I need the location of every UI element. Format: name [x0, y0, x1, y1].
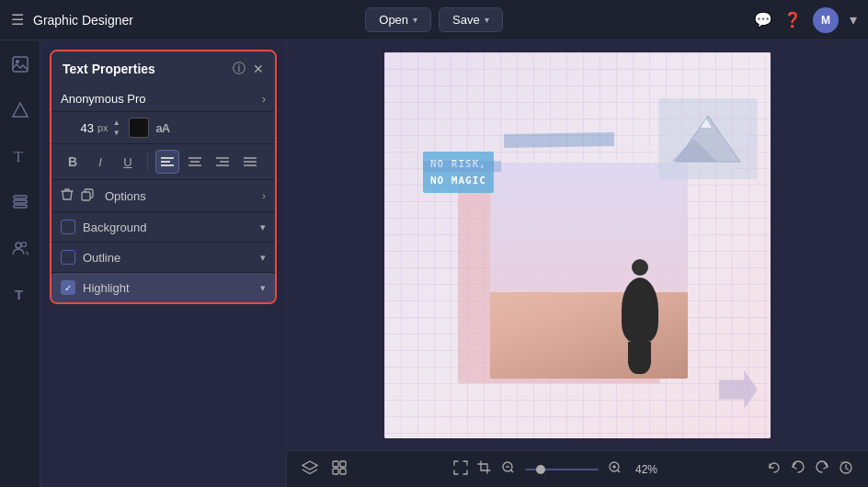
zoom-out-icon[interactable]: [501, 460, 516, 478]
panel-header-icons: ⓘ ✕: [233, 61, 264, 77]
svg-rect-29: [340, 461, 346, 467]
history-back-icon[interactable]: [767, 460, 782, 478]
svg-rect-22: [82, 192, 90, 200]
underline-button[interactable]: U: [116, 150, 140, 174]
size-up-button[interactable]: ▲: [112, 119, 121, 128]
svg-rect-28: [333, 461, 338, 467]
canvas[interactable]: NO RISK, NO MAGIC: [384, 52, 771, 438]
format-row: B I U: [51, 144, 275, 180]
align-left-button[interactable]: [155, 150, 179, 174]
bottom-right: [767, 460, 853, 478]
background-checkbox[interactable]: [61, 220, 75, 234]
panel-title: Text Properties: [63, 62, 155, 76]
left-sidebar: T T: [0, 40, 40, 487]
open-button[interactable]: Open ▾: [365, 7, 431, 32]
svg-rect-4: [14, 200, 27, 203]
highlight-accordion: Highlight ▾: [51, 273, 275, 302]
svg-line-38: [618, 470, 621, 473]
sidebar-icon-text[interactable]: T: [6, 142, 35, 171]
svg-text:T: T: [15, 287, 23, 302]
highlight-label: Highlight: [83, 281, 253, 295]
svg-point-1: [16, 60, 19, 63]
svg-rect-0: [13, 57, 28, 72]
duplicate-button[interactable]: [81, 188, 94, 204]
tape-blue-h: [423, 161, 501, 172]
align-justify-button[interactable]: [238, 150, 262, 174]
font-chevron-icon[interactable]: ›: [262, 93, 266, 106]
size-stepper: ▲ ▼: [112, 119, 121, 138]
text-properties-panel: Text Properties ⓘ ✕ › px ▲ ▼: [50, 50, 277, 304]
sidebar-icon-image[interactable]: [6, 50, 35, 79]
bottom-center: 42%: [453, 460, 661, 478]
outline-checkbox[interactable]: [61, 250, 75, 265]
fit-screen-icon[interactable]: [453, 460, 468, 478]
delete-button[interactable]: [61, 187, 74, 204]
zoom-slider[interactable]: [525, 469, 599, 470]
svg-rect-6: [14, 196, 27, 198]
sidebar-icon-users[interactable]: [6, 233, 35, 263]
font-size-input[interactable]: [61, 121, 94, 135]
bottom-toolbar: 42%: [287, 450, 868, 487]
help-icon[interactable]: ❓: [783, 11, 802, 28]
layers-toggle-icon[interactable]: [302, 459, 318, 479]
italic-button[interactable]: I: [88, 150, 112, 174]
svg-point-7: [16, 243, 21, 248]
save-button[interactable]: Save ▾: [439, 7, 503, 32]
chat-icon[interactable]: 💬: [754, 11, 772, 28]
open-chevron-icon: ▾: [413, 15, 417, 25]
person-silhouette: [614, 259, 665, 369]
mountain-svg: [671, 111, 745, 166]
undo-icon[interactable]: [791, 460, 805, 478]
canvas-area: NO RISK, NO MAGIC: [287, 40, 868, 487]
svg-marker-27: [303, 461, 317, 470]
svg-rect-31: [340, 469, 346, 474]
align-center-button[interactable]: [183, 150, 207, 174]
redo-icon[interactable]: [815, 460, 829, 478]
header-right: 💬 ❓ M ▾: [645, 7, 857, 33]
sidebar-icon-layers[interactable]: [6, 187, 35, 217]
grid-toggle-icon[interactable]: [331, 459, 348, 479]
header: ☰ Graphic Designer Open ▾ Save ▾ 💬 ❓ M ▾: [0, 0, 868, 40]
bold-button[interactable]: B: [61, 150, 85, 174]
crop-icon[interactable]: [477, 460, 492, 478]
header-center: Open ▾ Save ▾: [223, 7, 645, 32]
main: T T Text Properties ⓘ ✕ ›: [0, 40, 868, 487]
header-left: ☰ Graphic Designer: [11, 11, 223, 28]
highlight-checkbox[interactable]: [61, 280, 75, 295]
svg-point-8: [21, 243, 26, 247]
info-icon[interactable]: ⓘ: [233, 61, 246, 77]
background-label: Background: [83, 221, 253, 234]
outline-label: Outline: [83, 251, 253, 265]
canvas-wrapper[interactable]: NO RISK, NO MAGIC: [287, 40, 868, 450]
zoom-level: 42%: [632, 463, 661, 476]
avatar[interactable]: M: [813, 7, 839, 33]
background-accordion: Background ▾: [51, 212, 275, 243]
account-chevron-icon[interactable]: ▾: [850, 11, 857, 28]
outline-chevron-icon[interactable]: ▾: [260, 252, 266, 264]
highlight-chevron-icon[interactable]: ▾: [260, 282, 266, 294]
color-swatch[interactable]: [129, 118, 149, 138]
zoom-in-icon[interactable]: [608, 460, 622, 478]
size-down-button[interactable]: ▼: [112, 129, 121, 138]
align-right-button[interactable]: [211, 150, 234, 174]
size-input-wrap: px ▲ ▼: [61, 119, 121, 138]
background-chevron-icon[interactable]: ▾: [260, 221, 266, 233]
size-unit: px: [97, 122, 108, 133]
svg-line-34: [511, 470, 514, 473]
panel-area: Text Properties ⓘ ✕ › px ▲ ▼: [40, 40, 287, 487]
text-transform-icon[interactable]: aA: [156, 121, 170, 135]
size-row: px ▲ ▼ aA: [51, 112, 275, 144]
photo-area: [490, 163, 688, 379]
sidebar-icon-type[interactable]: T: [6, 279, 35, 309]
font-name-input[interactable]: [61, 92, 262, 106]
mountain-sticker: [658, 98, 758, 179]
options-chevron-icon[interactable]: ›: [262, 190, 266, 201]
save-chevron-icon: ▾: [485, 15, 489, 25]
menu-icon[interactable]: ☰: [11, 11, 24, 28]
history-icon[interactable]: [839, 460, 853, 478]
sidebar-icon-shapes[interactable]: [6, 96, 35, 125]
app-title: Graphic Designer: [33, 13, 133, 28]
tape-horizontal: [504, 132, 614, 148]
close-icon[interactable]: ✕: [253, 62, 264, 76]
svg-rect-30: [333, 469, 338, 474]
